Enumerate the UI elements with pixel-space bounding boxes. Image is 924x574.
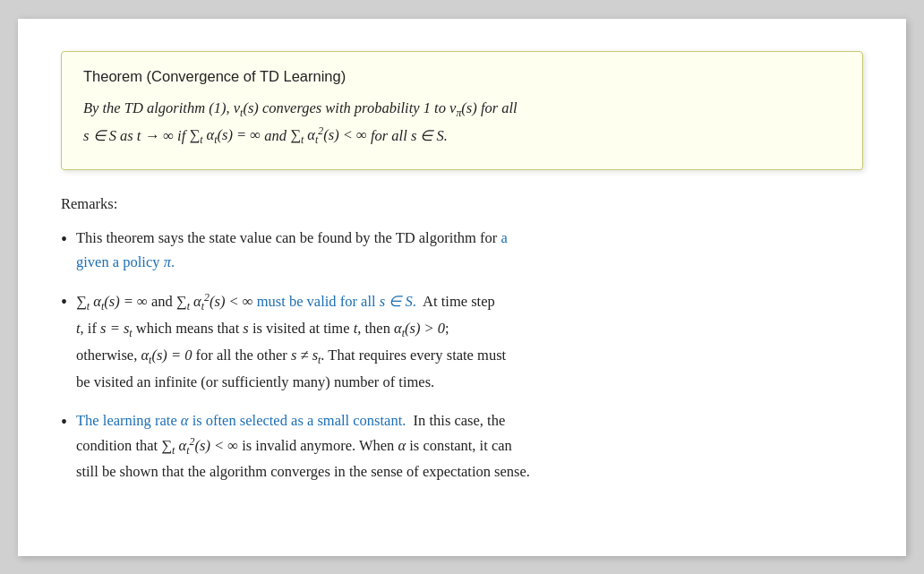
list-item: • ∑t αt(s) = ∞ and ∑t αt2(s) < ∞ must be… — [61, 288, 863, 393]
remarks-list: • This theorem says the state value can … — [61, 226, 863, 484]
theorem-body: By the TD algorithm (1), vt(s) converges… — [83, 96, 841, 150]
main-page: Theorem (Convergence of TD Learning) By … — [18, 19, 906, 556]
list-item: • This theorem says the state value can … — [61, 226, 863, 274]
bullet-2-content: ∑t αt(s) = ∞ and ∑t αt2(s) < ∞ must be v… — [76, 288, 863, 393]
theorem-title: Theorem (Convergence of TD Learning) — [83, 68, 841, 85]
bullet-dot: • — [61, 409, 67, 434]
theorem-box: Theorem (Convergence of TD Learning) By … — [61, 51, 863, 170]
list-item: • The learning rate α is often selected … — [61, 408, 863, 484]
remarks-label: Remarks: — [61, 195, 863, 213]
bullet-dot: • — [61, 289, 67, 314]
bullet-dot: • — [61, 227, 67, 252]
bullet-1-content: This theorem says the state value can be… — [76, 226, 863, 274]
bullet-3-content: The learning rate α is often selected as… — [76, 408, 863, 484]
